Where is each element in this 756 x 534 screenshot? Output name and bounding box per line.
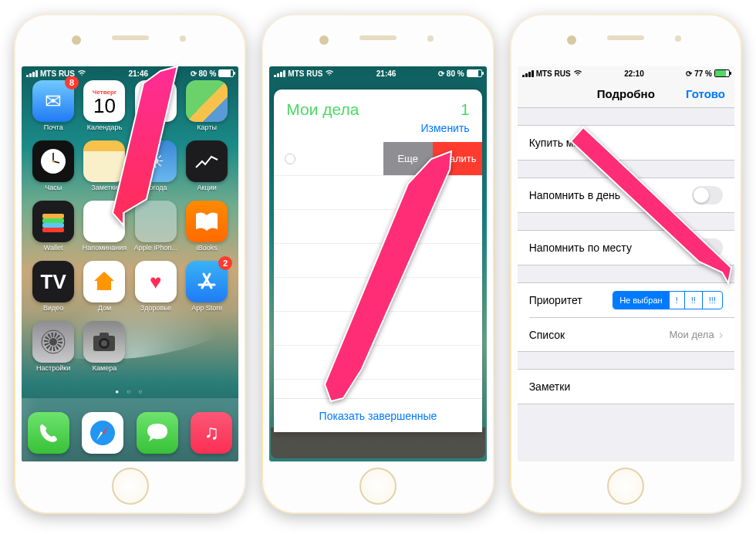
app-home[interactable]: Дом — [79, 261, 130, 312]
signal-icon — [522, 70, 534, 77]
app-stocks[interactable]: Акции — [181, 140, 232, 191]
svg-point-18 — [49, 338, 57, 346]
done-button[interactable]: Готово — [686, 87, 725, 100]
carrier-label: MTS RUS — [40, 69, 75, 78]
reminder-row[interactable]: Еще Удалить — [274, 142, 481, 176]
clock-label: 22:10 — [624, 69, 644, 78]
phone-homescreen: MTS RUS 21:46 ⟳ 80 % ✉8Почта Четверг10Ка… — [14, 14, 246, 514]
svg-rect-12 — [42, 214, 64, 218]
carrier-label: MTS RUS — [536, 69, 571, 78]
dock-music[interactable]: ♫ — [191, 412, 232, 454]
reminders-card: 1 Мои дела Изменить Еще Удалить Показать… — [274, 90, 481, 432]
svg-rect-14 — [42, 223, 64, 228]
reminder-title-field[interactable]: Купить масло — [518, 126, 734, 160]
rotation-lock-icon: ⟳ — [438, 69, 444, 78]
list-cell[interactable]: Список Мои дела › — [529, 317, 734, 351]
clock-label: 21:46 — [376, 69, 397, 78]
dock-messages[interactable] — [137, 412, 178, 454]
wifi-icon — [77, 69, 86, 78]
app-calendar[interactable]: Четверг10Календарь — [79, 80, 130, 131]
page-title: Подробно — [597, 87, 655, 100]
priority-segmented[interactable]: Не выбран ! !! !!! — [613, 291, 723, 309]
app-clock[interactable]: Часы — [28, 140, 79, 191]
battery-pct: 80 % — [199, 69, 217, 78]
wifi-icon — [325, 69, 334, 78]
signal-icon — [26, 70, 38, 77]
app-folder[interactable]: Apple iPhon... — [130, 201, 181, 252]
app-mail[interactable]: ✉8Почта — [28, 80, 79, 131]
nav-bar: Подробно Готово — [518, 80, 734, 108]
app-notes[interactable]: Заметки — [79, 140, 130, 191]
notes-cell[interactable]: Заметки — [518, 370, 734, 404]
carrier-label: MTS RUS — [288, 69, 322, 78]
wifi-icon — [573, 69, 582, 78]
app-grid: ✉8Почта Четверг10Календарь Фото Карты Ча… — [22, 80, 238, 372]
dock-safari[interactable] — [82, 412, 123, 454]
screen-home: MTS RUS 21:46 ⟳ 80 % ✉8Почта Четверг10Ка… — [22, 66, 238, 461]
svg-rect-20 — [100, 333, 109, 337]
remind-day-cell[interactable]: Напомнить в день — [518, 178, 734, 212]
more-button[interactable]: Еще — [383, 142, 433, 175]
app-maps[interactable]: Карты — [181, 80, 232, 131]
app-health[interactable]: ♥Здоровье — [130, 261, 181, 312]
app-reminders[interactable]: Напоминания — [79, 201, 130, 252]
priority-cell[interactable]: Приоритет Не выбран ! !! !!! — [518, 283, 734, 317]
swipe-actions: Еще Удалить — [383, 142, 482, 175]
list-title: Мои дела — [286, 100, 359, 118]
list-count: 1 — [461, 100, 470, 119]
app-photos[interactable]: Фото — [130, 80, 181, 131]
edit-button[interactable]: Изменить — [274, 122, 481, 142]
screen-details: MTS RUS 22:10 ⟳ 77 % Подробно Готово Куп… — [518, 66, 734, 461]
checkbox-icon[interactable] — [285, 154, 295, 164]
dock-phone[interactable] — [28, 412, 69, 454]
toggle-remind-day[interactable] — [692, 186, 723, 204]
app-tv[interactable]: TVВидео — [28, 261, 79, 312]
page-dots: ● ○ ○ — [22, 388, 238, 395]
dock: ♫ — [22, 398, 238, 461]
delete-button[interactable]: Удалить — [433, 142, 482, 175]
screen-reminders: MTS RUS 21:46 ⟳ 80 % 1 Мои дела Изменить… — [269, 66, 486, 461]
home-button[interactable] — [607, 468, 644, 505]
svg-rect-15 — [42, 228, 64, 232]
battery-icon — [467, 69, 482, 77]
signal-icon — [274, 70, 285, 77]
battery-pct: 77 % — [694, 69, 712, 78]
app-appstore[interactable]: 2App Store — [181, 261, 232, 312]
show-completed-button[interactable]: Показать завершенные — [274, 398, 481, 432]
rotation-lock-icon: ⟳ — [686, 69, 692, 78]
app-ibooks[interactable]: iBooks — [181, 201, 232, 252]
chevron-right-icon: › — [719, 328, 723, 342]
rotation-lock-icon: ⟳ — [191, 69, 197, 78]
remind-location-cell[interactable]: Напомнить по месту — [518, 231, 734, 265]
battery-pct: 80 % — [447, 69, 464, 78]
battery-icon — [714, 69, 730, 77]
home-button[interactable] — [359, 468, 397, 505]
battery-icon — [218, 69, 234, 77]
phone-reminder-details: MTS RUS 22:10 ⟳ 77 % Подробно Готово Куп… — [510, 14, 742, 514]
stack-card-behind — [271, 428, 484, 458]
app-camera[interactable]: Камера — [79, 321, 130, 372]
svg-point-22 — [101, 340, 107, 346]
toggle-remind-location[interactable] — [692, 238, 723, 257]
svg-rect-13 — [42, 218, 64, 223]
svg-point-11 — [52, 161, 55, 163]
app-wallet[interactable]: Wallet — [28, 201, 79, 252]
app-settings[interactable]: Настройки — [28, 321, 79, 372]
home-button[interactable] — [112, 468, 149, 505]
app-weather[interactable]: ☀Погода — [130, 140, 181, 191]
badge-appstore: 2 — [218, 256, 232, 270]
phone-reminders-list: MTS RUS 21:46 ⟳ 80 % 1 Мои дела Изменить… — [262, 14, 494, 514]
clock-label: 21:46 — [128, 69, 148, 78]
